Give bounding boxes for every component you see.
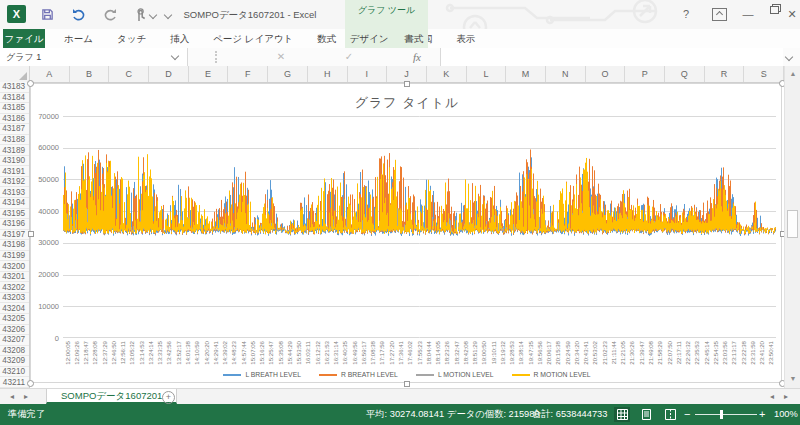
row-header-43198[interactable]: 43198 (0, 240, 29, 251)
row-header-43192[interactable]: 43192 (0, 177, 29, 188)
row-header-43185[interactable]: 43185 (0, 103, 29, 114)
column-header-f[interactable]: F (228, 66, 268, 82)
select-all-button[interactable] (0, 66, 30, 82)
enter-formula-icon[interactable]: ✓ (336, 48, 362, 66)
zoom-level[interactable]: 100% (774, 404, 798, 425)
tab-design[interactable]: デザイン (342, 29, 397, 48)
row-header-43190[interactable]: 43190 (0, 156, 29, 167)
column-header-l[interactable]: L (467, 66, 507, 82)
tab-page-layout[interactable]: ページ レイアウト (201, 29, 305, 48)
column-header-m[interactable]: M (506, 66, 546, 82)
sheet-nav-prev-icon[interactable]: ◂ (10, 391, 14, 403)
chart-handle-6[interactable] (404, 381, 410, 387)
chart-handle-3[interactable] (28, 231, 34, 237)
row-header-43188[interactable]: 43188 (0, 135, 29, 146)
close-icon[interactable]: ✕ (782, 4, 800, 24)
tab-format[interactable]: 書式 (396, 29, 431, 48)
row-header-43196[interactable]: 43196 (0, 219, 29, 230)
chart-handle-1[interactable] (404, 81, 410, 87)
column-header-j[interactable]: J (387, 66, 427, 82)
formula-input[interactable] (440, 48, 783, 66)
chart-title[interactable]: グラフ タイトル (31, 94, 783, 112)
legend-item-3[interactable]: R MOTION LEVEL (512, 371, 591, 378)
column-header-c[interactable]: C (109, 66, 149, 82)
row-header-43205[interactable]: 43205 (0, 314, 29, 325)
column-header-e[interactable]: E (189, 66, 229, 82)
vertical-scrollbar[interactable]: ▲ ▼ (784, 66, 800, 388)
column-header-r[interactable]: R (705, 66, 745, 82)
chart-handle-5[interactable] (27, 380, 34, 387)
row-header-43186[interactable]: 43186 (0, 114, 29, 125)
column-header-k[interactable]: K (427, 66, 467, 82)
row-header-43183[interactable]: 43183 (0, 82, 29, 93)
redo-icon[interactable] (100, 6, 118, 23)
column-header-g[interactable]: G (268, 66, 308, 82)
row-header-43194[interactable]: 43194 (0, 198, 29, 209)
row-header-43191[interactable]: 43191 (0, 166, 29, 177)
column-header-h[interactable]: H (308, 66, 348, 82)
zoom-slider-thumb[interactable] (720, 410, 723, 419)
column-header-a[interactable]: A (30, 66, 70, 82)
page-layout-view-button[interactable] (638, 407, 654, 422)
scroll-down-icon[interactable]: ▼ (786, 372, 800, 386)
tab-view[interactable]: 表示 (444, 29, 487, 48)
row-header-43195[interactable]: 43195 (0, 209, 29, 220)
row-header-43209[interactable]: 43209 (0, 356, 29, 367)
column-header-b[interactable]: B (70, 66, 110, 82)
sheet-nav-next-icon[interactable]: ▸ (24, 391, 28, 403)
zoom-in-button[interactable]: + (759, 404, 765, 425)
page-break-view-button[interactable] (662, 407, 678, 422)
row-header-43208[interactable]: 43208 (0, 346, 29, 357)
row-header-43200[interactable]: 43200 (0, 261, 29, 272)
sheet-tab-active[interactable]: SOMPOデータ1607201 (46, 389, 177, 404)
normal-view-button[interactable] (614, 407, 630, 422)
minimize-icon[interactable]: — (738, 4, 758, 24)
help-icon[interactable]: ? (676, 4, 696, 24)
row-header-43201[interactable]: 43201 (0, 272, 29, 283)
cancel-formula-icon[interactable]: ✕ (268, 48, 294, 66)
row-header-43207[interactable]: 43207 (0, 335, 29, 346)
tab-home[interactable]: ホーム (52, 29, 105, 48)
tab-file[interactable]: ファイル (3, 29, 45, 48)
chart-handle-0[interactable] (27, 80, 34, 87)
row-header-43199[interactable]: 43199 (0, 251, 29, 262)
row-header-43187[interactable]: 43187 (0, 124, 29, 135)
row-header-43211[interactable]: 43211 (0, 377, 29, 388)
save-icon[interactable] (38, 6, 56, 23)
row-header-43197[interactable]: 43197 (0, 230, 29, 241)
column-header-d[interactable]: D (149, 66, 189, 82)
vertical-scroll-thumb[interactable] (787, 210, 798, 238)
column-header-o[interactable]: O (586, 66, 626, 82)
formula-bar-expand-icon[interactable] (785, 53, 793, 61)
row-header-43184[interactable]: 43184 (0, 93, 29, 104)
row-header-43193[interactable]: 43193 (0, 187, 29, 198)
legend-item-1[interactable]: R BREATH LEVEL (319, 371, 398, 378)
insert-function-icon[interactable]: fx (404, 48, 430, 66)
chart-canvas[interactable] (63, 116, 776, 338)
row-header-43206[interactable]: 43206 (0, 325, 29, 336)
row-header-43203[interactable]: 43203 (0, 293, 29, 304)
scroll-up-icon[interactable]: ▲ (786, 67, 800, 81)
touch-mode-icon[interactable] (131, 6, 149, 23)
column-header-s[interactable]: S (744, 66, 784, 82)
new-sheet-icon[interactable]: + (162, 391, 175, 404)
hscroll-right-icon[interactable]: ▸ (784, 391, 788, 403)
legend-item-0[interactable]: L BREATH LEVEL (223, 371, 301, 378)
column-header-n[interactable]: N (546, 66, 586, 82)
undo-icon[interactable] (70, 6, 88, 23)
row-header-43204[interactable]: 43204 (0, 303, 29, 314)
row-header-43189[interactable]: 43189 (0, 145, 29, 156)
column-header-q[interactable]: Q (665, 66, 705, 82)
row-header-43202[interactable]: 43202 (0, 282, 29, 293)
excel-logo-icon[interactable]: X (7, 5, 26, 23)
zoom-out-button[interactable]: − (684, 404, 690, 425)
column-header-p[interactable]: P (625, 66, 665, 82)
legend-item-2[interactable]: L MOTION LEVEL (416, 371, 494, 378)
hscroll-left-icon[interactable]: ◂ (770, 391, 774, 403)
row-header-43210[interactable]: 43210 (0, 367, 29, 378)
name-box[interactable]: グラフ 1 (0, 48, 188, 66)
tab-touch[interactable]: タッチ (105, 29, 158, 48)
chart-object[interactable]: グラフ タイトル 0100002000030000400005000060000… (30, 83, 782, 383)
zoom-slider[interactable] (695, 414, 757, 415)
restore-icon[interactable] (760, 4, 780, 24)
